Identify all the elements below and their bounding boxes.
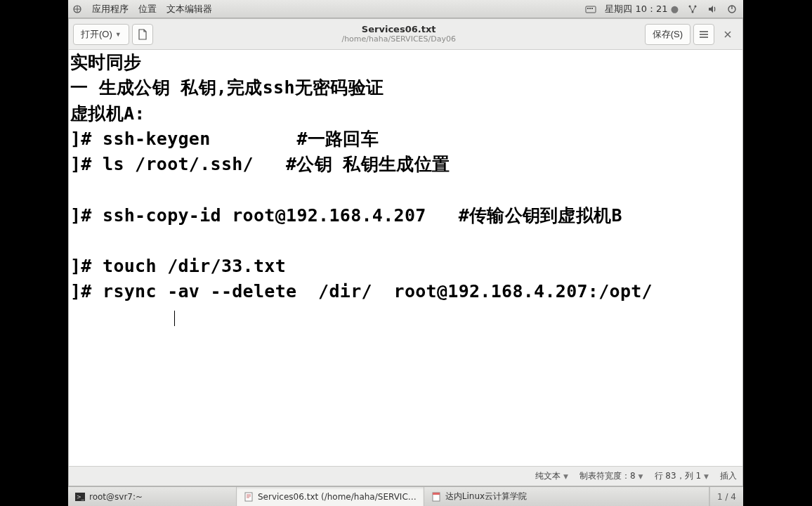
chevron-down-icon: ▼ (704, 473, 709, 480)
document-icon (431, 492, 441, 502)
text-line: 虚拟机A: (70, 103, 145, 124)
tabwidth-selector[interactable]: 制表符宽度：8▼ (579, 470, 643, 482)
editor-content[interactable]: 实时同步 一 生成公钥 私钥,完成ssh无密码验证 虚拟机A: ]# ssh-k… (69, 50, 742, 466)
text-cursor (174, 311, 175, 326)
menu-current-app[interactable]: 文本编辑器 (166, 3, 212, 15)
chevron-down-icon: ▼ (639, 473, 643, 480)
taskbar-item-browser[interactable]: 达内Linux云计算学院 (424, 487, 709, 506)
svg-rect-4 (591, 8, 593, 9)
document-path: /home/haha/SERVICES/Day06 (156, 35, 642, 44)
text-line: 实时同步 (70, 52, 141, 72)
svg-rect-1 (586, 6, 596, 13)
svg-rect-3 (589, 8, 591, 9)
document-title: Services06.txt (156, 25, 642, 34)
text-editor-icon (244, 492, 254, 502)
insert-mode: 插入 (720, 470, 737, 482)
text-line: ]# touch /dir/33.txt (70, 256, 286, 276)
activities-icon[interactable] (72, 4, 82, 14)
svg-rect-17 (245, 493, 252, 501)
svg-rect-2 (587, 8, 589, 9)
network-icon[interactable] (687, 4, 698, 15)
text-line: 一 生成公钥 私钥,完成ssh无密码验证 (70, 77, 384, 98)
system-top-bar: 应用程序 位置 文本编辑器 星期四 10：21 ● (68, 0, 743, 18)
save-button[interactable]: 保存(S) (645, 24, 690, 45)
terminal-icon: >_ (75, 492, 85, 502)
taskbar-item-editor[interactable]: Services06.txt (/home/haha/SERVIC… (237, 487, 424, 506)
text-editor-window: 打开(O) ▼ Services06.txt /home/haha/SERVIC… (68, 18, 743, 486)
editor-toolbar: 打开(O) ▼ Services06.txt /home/haha/SERVIC… (69, 19, 742, 50)
clock[interactable]: 星期四 10：21 ● (605, 3, 679, 15)
svg-rect-22 (433, 493, 440, 495)
syntax-selector[interactable]: 纯文本▼ (535, 470, 568, 482)
accessibility-icon[interactable] (585, 4, 596, 15)
chevron-down-icon: ▼ (563, 473, 568, 480)
text-line: ]# ssh-keygen #一路回车 (70, 129, 379, 149)
taskbar-item-terminal[interactable]: >_ root@svr7:~ (68, 487, 237, 506)
text-line: ]# rsync -av --delete /dir/ root@192.168… (70, 281, 653, 301)
hamburger-menu-button[interactable] (693, 24, 714, 45)
editor-statusbar: 纯文本▼ 制表符宽度：8▼ 行 83，列 1▼ 插入 (69, 466, 742, 486)
title-area: Services06.txt /home/haha/SERVICES/Day06 (156, 25, 642, 43)
svg-text:>_: >_ (77, 494, 85, 500)
open-button[interactable]: 打开(O) ▼ (73, 24, 129, 45)
close-button[interactable] (717, 24, 738, 45)
text-line: ]# ls /root/.ssh/ #公钥 私钥生成位置 (70, 154, 450, 174)
chevron-down-icon: ▼ (115, 31, 122, 38)
cursor-position[interactable]: 行 83，列 1▼ (655, 470, 709, 482)
menu-places[interactable]: 位置 (138, 3, 157, 15)
power-icon[interactable] (726, 4, 738, 15)
text-line: ]# ssh-copy-id root@192.168.4.207 #传输公钥到… (70, 205, 622, 226)
bottom-taskbar: >_ root@svr7:~ Services06.txt (/home/hah… (68, 486, 743, 506)
menu-applications[interactable]: 应用程序 (92, 3, 129, 15)
workspace-indicator[interactable]: 1 / 4 (709, 487, 743, 506)
new-document-button[interactable] (132, 24, 153, 45)
volume-icon[interactable] (707, 4, 718, 15)
